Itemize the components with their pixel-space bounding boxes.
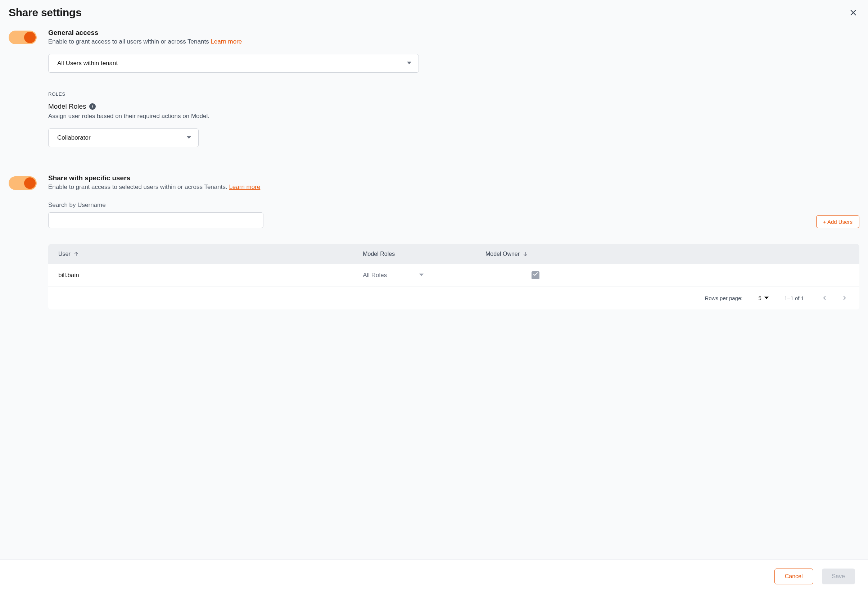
rows-per-page-label: Rows per page:: [705, 295, 743, 301]
general-access-description: Enable to grant access to all users with…: [48, 38, 859, 45]
cancel-button[interactable]: Cancel: [774, 568, 813, 584]
general-access-learn-more-link[interactable]: Learn more: [209, 38, 242, 45]
column-header-model-roles[interactable]: Model Roles: [363, 251, 486, 257]
cell-user: bill.bain: [58, 272, 363, 279]
save-button[interactable]: Save: [822, 568, 855, 584]
specific-users-title: Share with specific users: [48, 174, 859, 182]
add-users-button[interactable]: + Add Users: [816, 215, 859, 228]
roles-section-label: Roles: [48, 91, 859, 97]
scope-select[interactable]: All Users within tenant: [48, 54, 419, 73]
dialog-title: Share settings: [9, 6, 82, 19]
share-settings-dialog: Share settings General access Enable to …: [0, 0, 868, 593]
chevron-down-icon: [765, 295, 769, 301]
chevron-left-icon: [821, 297, 828, 302]
close-button[interactable]: [847, 6, 859, 19]
general-access-section: General access Enable to grant access to…: [9, 29, 859, 161]
sort-ascending-icon: [74, 251, 79, 257]
model-role-select[interactable]: Collaborator: [48, 128, 199, 147]
column-header-user[interactable]: User: [58, 251, 363, 257]
toggle-knob: [24, 177, 35, 189]
dialog-header: Share settings: [9, 6, 859, 19]
users-table: User Model Roles Model Owner: [48, 244, 859, 310]
general-access-title: General access: [48, 29, 859, 37]
chevron-right-icon: [841, 297, 848, 302]
general-access-toggle[interactable]: [9, 31, 37, 44]
close-icon: [849, 12, 857, 18]
prev-page-button[interactable]: [820, 293, 829, 302]
specific-users-section: Share with specific users Enable to gran…: [9, 161, 859, 323]
check-icon: [533, 271, 538, 279]
rows-per-page-select[interactable]: 5: [758, 295, 768, 301]
toggle-knob: [24, 32, 35, 43]
pagination-range: 1–1 of 1: [784, 295, 804, 301]
owner-checkbox[interactable]: [531, 271, 539, 279]
specific-users-description: Enable to grant access to selected users…: [48, 183, 859, 191]
table-row: bill.bain All Roles: [48, 264, 859, 286]
search-username-label: Search by Username: [48, 202, 859, 209]
chevron-down-icon: [419, 272, 424, 279]
search-username-input[interactable]: [48, 212, 263, 228]
model-role-select-value: Collaborator: [57, 134, 91, 142]
specific-users-toggle[interactable]: [9, 176, 37, 190]
cell-owner: [486, 271, 849, 279]
column-header-model-owner[interactable]: Model Owner: [486, 251, 849, 257]
info-icon[interactable]: i: [89, 103, 96, 110]
table-pagination: Rows per page: 5 1–1 of 1: [48, 286, 859, 310]
chevron-down-icon: [407, 60, 411, 67]
dialog-footer: Cancel Save: [0, 559, 868, 593]
sort-descending-icon: [523, 251, 528, 257]
model-roles-description: Assign user roles based on their require…: [48, 113, 859, 120]
next-page-button[interactable]: [840, 293, 849, 302]
specific-users-learn-more-link[interactable]: Learn more: [229, 183, 260, 190]
cell-roles-select[interactable]: All Roles: [363, 272, 486, 279]
model-roles-title: Model Roles i: [48, 103, 859, 111]
chevron-down-icon: [187, 134, 191, 142]
scope-select-value: All Users within tenant: [57, 60, 118, 67]
table-header: User Model Roles Model Owner: [48, 244, 859, 264]
